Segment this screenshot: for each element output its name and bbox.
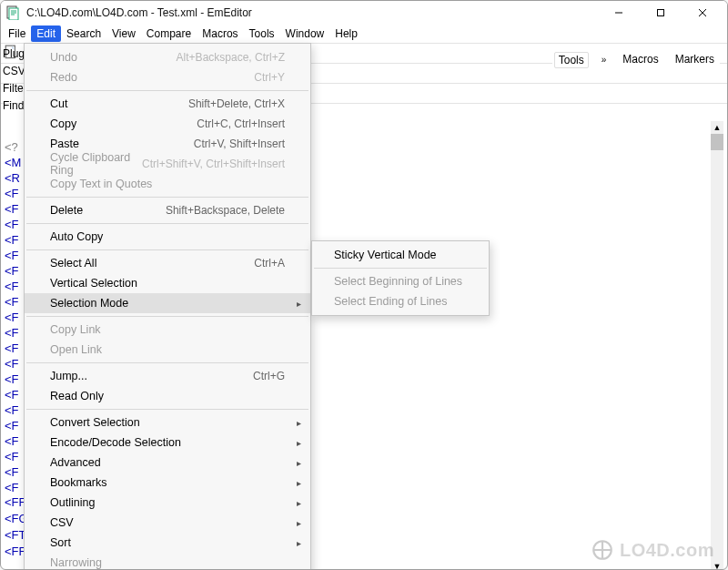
menu-help[interactable]: Help — [329, 25, 363, 42]
editor-line-fragment: <F — [5, 201, 21, 217]
editor-line-fragment: <F — [5, 310, 21, 325]
menu-item-label: Convert Selection — [50, 416, 285, 429]
editor-line-fragment: <F — [5, 279, 21, 294]
chevron-right-icon: ▸ — [297, 418, 301, 428]
close-button[interactable] — [682, 1, 723, 25]
maximize-button[interactable] — [640, 1, 682, 25]
menu-item-sort[interactable]: Sort▸ — [25, 533, 310, 553]
editor-line-fragment: <F — [5, 402, 21, 418]
menu-item-label: Redo — [50, 71, 254, 84]
menu-item-label: Open Link — [50, 343, 285, 356]
menu-item-accel: Ctrl+C, Ctrl+Insert — [197, 117, 285, 130]
menu-item-accel: Shift+Backspace, Delete — [166, 204, 285, 217]
scroll-thumb[interactable] — [711, 134, 723, 150]
menu-item-label: Vertical Selection — [50, 277, 285, 290]
menu-file[interactable]: File — [3, 25, 31, 42]
menu-item-bookmarks[interactable]: Bookmarks▸ — [25, 473, 310, 493]
edit-menu-dropdown: UndoAlt+Backspace, Ctrl+ZRedoCtrl+YCutSh… — [24, 43, 311, 570]
menu-item-auto-copy[interactable]: Auto Copy — [25, 227, 310, 247]
minimize-button[interactable] — [598, 1, 640, 25]
menu-item-label: Copy — [50, 117, 197, 130]
menu-item-redo: RedoCtrl+Y — [25, 67, 310, 87]
menu-separator — [26, 197, 308, 198]
menu-item-open-link: Open Link — [25, 340, 310, 360]
scroll-down-icon[interactable]: ▼ — [711, 560, 723, 570]
vertical-scrollbar[interactable]: ▲ ▼ — [711, 134, 723, 560]
menu-macros[interactable]: Macros — [197, 25, 243, 42]
menu-item-accel: Ctrl+Y — [254, 71, 285, 84]
menu-search[interactable]: Search — [61, 25, 106, 42]
menu-item-read-only[interactable]: Read Only — [25, 386, 310, 406]
menu-item-csv[interactable]: CSV▸ — [25, 513, 310, 533]
menu-item-jump[interactable]: Jump...Ctrl+G — [25, 366, 310, 386]
selection-mode-submenu: Sticky Vertical ModeSelect Beginning of … — [311, 240, 490, 316]
right-label-tools[interactable]: Tools — [554, 52, 589, 68]
right-label-markers[interactable]: Markers — [672, 52, 718, 68]
menu-bar: FileEditSearchViewCompareMacrosToolsWind… — [1, 25, 727, 43]
menu-item-label: Auto Copy — [50, 230, 285, 243]
editor-line-fragment: <R — [5, 170, 21, 186]
menu-item-label: Sort — [50, 536, 285, 549]
menu-item-outlining[interactable]: Outlining▸ — [25, 493, 310, 513]
menu-item-accel: Ctrl+Shift+V, Ctrl+Shift+Insert — [142, 158, 285, 170]
editor-line-fragment: <F — [5, 217, 21, 232]
menu-item-label: Selection Mode — [50, 297, 285, 310]
right-tab-labels: Tools» Macros Markers — [552, 52, 720, 68]
menu-item-label: Undo — [50, 51, 177, 64]
menu-compare[interactable]: Compare — [141, 25, 197, 42]
editor-line-fragment: <F — [5, 418, 21, 433]
menu-item-label: Select All — [50, 257, 254, 270]
submenu-item-select-beginning-of-lines: Select Beginning of Lines — [312, 271, 489, 291]
menu-item-select-all[interactable]: Select AllCtrl+A — [25, 253, 310, 273]
menu-item-cycle-clipboard-ring: Cycle Clipboard RingCtrl+Shift+V, Ctrl+S… — [25, 154, 310, 174]
menu-item-accel: Ctrl+A — [254, 257, 285, 270]
menu-item-label: Copy Text in Quotes — [50, 178, 285, 190]
watermark: LO4D.com — [591, 538, 714, 562]
menu-item-label: Cut — [50, 97, 188, 110]
editor-line-fragment: <F — [5, 294, 21, 310]
menu-item-cut[interactable]: CutShift+Delete, Ctrl+X — [25, 94, 310, 114]
menu-item-advanced[interactable]: Advanced▸ — [25, 453, 310, 473]
menu-item-delete[interactable]: DeleteShift+Backspace, Delete — [25, 200, 310, 220]
menu-item-copy[interactable]: CopyCtrl+C, Ctrl+Insert — [25, 114, 310, 134]
editor-line-fragment: <M — [5, 155, 21, 170]
chevron-right-icon: ▸ — [297, 438, 301, 448]
chevron-right-icon: ▸ — [297, 458, 301, 468]
right-label-macros[interactable]: Macros — [619, 52, 662, 68]
editor-line-fragment: <F — [5, 480, 21, 495]
chevron-right-icon: ▸ — [297, 498, 301, 508]
menu-separator — [26, 409, 308, 410]
menu-edit[interactable]: Edit — [31, 25, 61, 42]
editor-line-fragment: <F — [5, 433, 21, 449]
menu-tools[interactable]: Tools — [244, 25, 280, 42]
menu-item-label: Paste — [50, 137, 194, 150]
menu-separator — [26, 362, 308, 363]
menu-item-label: Narrowing — [50, 556, 285, 569]
menu-item-selection-mode[interactable]: Selection Mode▸ — [25, 293, 310, 313]
menu-item-convert-selection[interactable]: Convert Selection▸ — [25, 412, 310, 433]
menu-separator — [26, 223, 308, 224]
title-bar: C:\LO4D.com\LO4D.com - Test.xml - EmEdit… — [1, 1, 727, 25]
menu-item-accel: Shift+Delete, Ctrl+X — [188, 97, 285, 110]
menu-item-undo: UndoAlt+Backspace, Ctrl+Z — [25, 47, 310, 67]
menu-window[interactable]: Window — [280, 25, 330, 42]
editor-peek-left: <?<M<R<F<F<F<F<F<F<F<F<F<F<F<F<F<F<F<F<F… — [5, 139, 21, 495]
scroll-up-icon[interactable]: ▲ — [711, 121, 723, 134]
menu-item-accel: Alt+Backspace, Ctrl+Z — [177, 51, 285, 64]
window-title: C:\LO4D.com\LO4D.com - Test.xml - EmEdit… — [26, 6, 598, 19]
chevron-right-icon: ▸ — [297, 538, 301, 548]
chevron-right-icon: » — [598, 52, 611, 68]
menu-separator — [26, 316, 308, 317]
menu-item-encode-decode-selection[interactable]: Encode/Decode Selection▸ — [25, 433, 310, 453]
menu-view[interactable]: View — [106, 25, 141, 42]
menu-item-label: Advanced — [50, 456, 285, 469]
menu-item-vertical-selection[interactable]: Vertical Selection — [25, 273, 310, 293]
menu-separator — [314, 268, 487, 269]
menu-item-accel: Ctrl+G — [253, 370, 285, 382]
menu-item-label: Bookmarks — [50, 476, 285, 489]
chevron-right-icon: ▸ — [297, 478, 301, 488]
svg-point-7 — [593, 541, 612, 559]
app-window: C:\LO4D.com\LO4D.com - Test.xml - EmEdit… — [0, 0, 728, 570]
submenu-item-sticky-vertical-mode[interactable]: Sticky Vertical Mode — [312, 245, 489, 265]
menu-separator — [26, 249, 308, 250]
